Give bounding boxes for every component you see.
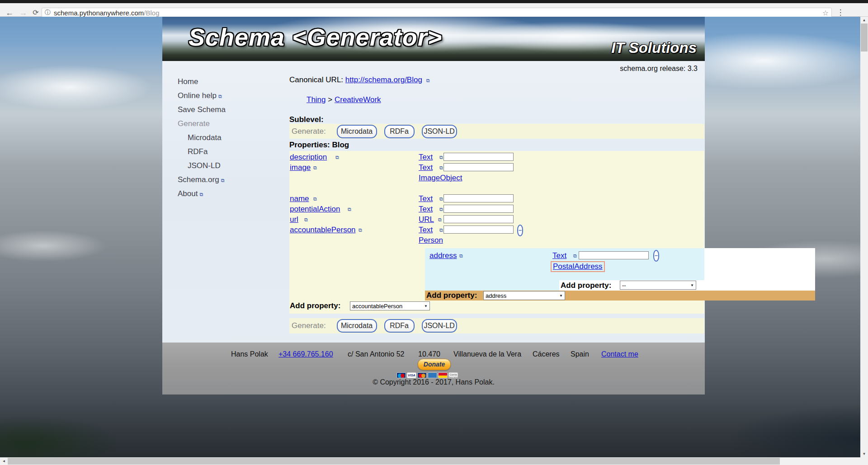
footer-phone-link[interactable]: +34 669.765.160: [278, 350, 333, 358]
person-add-property-select[interactable]: --▼: [620, 281, 696, 290]
url-path: /Blog: [144, 9, 159, 17]
tarjeta4b-icon: [438, 372, 448, 378]
chevron-down-icon: ▼: [559, 294, 563, 298]
remove-accountableperson-button[interactable]: −: [517, 225, 523, 236]
main-property-select[interactable]: accountablePerson▼: [350, 301, 430, 310]
amex-icon: [428, 372, 437, 378]
type-text-link[interactable]: Text: [419, 205, 433, 214]
person-add-property-row: Add property: address▼: [425, 291, 815, 301]
horizontal-scrollbar-thumb[interactable]: [8, 458, 780, 465]
url-input[interactable]: [443, 215, 514, 223]
external-link-icon: ⧉: [439, 207, 443, 212]
external-link-icon: ⧉: [221, 178, 225, 183]
external-link-icon: ⧉: [218, 94, 222, 99]
reload-icon[interactable]: ⟳: [31, 8, 41, 17]
name-input[interactable]: [443, 194, 514, 202]
sidebar-item-schema-org[interactable]: Schema.org⧉: [178, 175, 282, 189]
type-text-link[interactable]: Text: [419, 163, 433, 172]
visa-icon: VISA: [407, 372, 416, 378]
sidebar-item-generate: Generate: [178, 119, 282, 133]
accountableperson-input[interactable]: [443, 225, 514, 234]
footer-contact-link[interactable]: Contact me: [601, 350, 638, 358]
postaladdress-highlight: PostalAddress: [551, 261, 605, 272]
bookmark-star-icon[interactable]: ☆: [822, 9, 829, 17]
canonical-url-link[interactable]: http://schema.org/Blog: [345, 75, 422, 84]
scroll-left-icon[interactable]: ◄: [0, 458, 8, 465]
external-link-icon: ⧉: [313, 165, 317, 171]
property-name-link[interactable]: name: [290, 194, 309, 203]
url-bar[interactable]: ⓘ schema.pythonanywhere.com /Blog ☆: [42, 8, 832, 18]
generate-jsonld-button[interactable]: JSON-LD: [422, 319, 457, 333]
footer-country: Spain: [571, 350, 589, 358]
type-text-link[interactable]: Text: [552, 251, 566, 260]
image-input[interactable]: [443, 163, 514, 171]
scroll-up-icon[interactable]: ▲: [860, 17, 868, 23]
property-url-link[interactable]: url: [290, 215, 298, 224]
person-link[interactable]: Person: [419, 236, 443, 245]
property-accountableperson-link[interactable]: accountablePerson: [290, 225, 356, 235]
site-tagline: IT Solutions: [611, 39, 697, 56]
sidebar-item-json-ld[interactable]: JSON-LD: [178, 161, 282, 175]
generate-jsonld-button[interactable]: JSON-LD: [422, 125, 457, 138]
sidebar: Home Online help⧉ Save Schema Generate M…: [178, 77, 282, 203]
page-info-icon[interactable]: ⓘ: [45, 9, 51, 17]
person-panel-bg: [425, 280, 559, 291]
type-text-link[interactable]: Text: [419, 225, 433, 235]
address-property-select[interactable]: address▼: [483, 291, 565, 300]
scroll-down-icon[interactable]: ▼: [860, 451, 868, 457]
sidebar-item-microdata[interactable]: Microdata: [178, 133, 282, 147]
scrollbar-corner: [860, 457, 868, 465]
external-link-icon: ⧉: [348, 207, 351, 212]
generate-rdfa-button[interactable]: RDFa: [384, 125, 415, 138]
generate-microdata-button[interactable]: Microdata: [337, 319, 377, 333]
breadcrumb-creativework-link[interactable]: CreativeWork: [335, 95, 381, 104]
property-potentialaction-link[interactable]: potentialAction: [290, 205, 340, 214]
generate-rdfa-button[interactable]: RDFa: [384, 319, 415, 333]
sidebar-item-online-help[interactable]: Online help⧉: [178, 91, 282, 105]
external-link-icon: ⧉: [439, 155, 443, 160]
address-input[interactable]: [579, 251, 649, 259]
person-subtable: address⧉ Text⧉ − PostalAddress Add prope…: [425, 248, 815, 291]
horizontal-scrollbar[interactable]: ◄ ►: [0, 457, 868, 465]
canonical-url-label: Canonical URL:: [289, 75, 343, 84]
breadcrumb-separator: >: [328, 95, 332, 104]
sidebar-item-home[interactable]: Home: [178, 77, 282, 91]
breadcrumb-thing-link[interactable]: Thing: [307, 95, 326, 104]
potentialaction-input[interactable]: [443, 205, 514, 213]
external-link-icon: ⧉: [439, 165, 443, 171]
mastercard-icon: [417, 372, 427, 378]
postaladdress-link[interactable]: PostalAddress: [553, 262, 603, 271]
forward-icon[interactable]: →: [18, 8, 28, 17]
donate-button[interactable]: Donate: [418, 359, 451, 370]
properties-table: description⧉ Text⧉ image⧉ Text⧉ ImageObj…: [289, 151, 704, 314]
back-icon[interactable]: ←: [5, 8, 14, 17]
remove-address-button[interactable]: −: [653, 250, 659, 262]
external-link-icon: ⧉: [313, 196, 317, 202]
property-image-link[interactable]: image: [290, 163, 311, 172]
type-url-link[interactable]: URL: [419, 215, 434, 224]
property-address-link[interactable]: address: [429, 251, 457, 260]
footer-province: Cáceres: [533, 350, 560, 358]
url-host: schema.pythonanywhere.com: [54, 9, 144, 17]
sublevel-label: Sublevel:: [289, 115, 324, 124]
add-property-label: Add property:: [290, 301, 340, 310]
sidebar-item-rdfa[interactable]: RDFa: [178, 147, 282, 161]
external-link-icon: ⧉: [304, 217, 308, 223]
breadcrumb: Thing > CreativeWork: [307, 95, 381, 104]
payment-methods: VISA Cuenta bancaria: [396, 372, 458, 378]
vertical-scrollbar-thumb[interactable]: [861, 23, 868, 52]
add-property-label: Add property:: [426, 291, 477, 300]
generate-microdata-button[interactable]: Microdata: [337, 125, 377, 138]
description-input[interactable]: [443, 153, 514, 161]
type-text-link[interactable]: Text: [419, 194, 433, 203]
sidebar-item-save-schema[interactable]: Save Schema: [178, 105, 282, 119]
sidebar-item-about[interactable]: About⧉: [178, 189, 282, 203]
imageobject-link[interactable]: ImageObject: [419, 174, 462, 183]
type-text-link[interactable]: Text: [419, 153, 433, 162]
vertical-scrollbar[interactable]: ▲ ▼: [860, 17, 868, 457]
chevron-down-icon: ▼: [690, 283, 694, 287]
canonical-url-line: Canonical URL: http://schema.org/Blog ⧉: [289, 75, 429, 85]
chevron-down-icon: ▼: [424, 304, 428, 308]
cuenta-bancaria-icon: Cuenta bancaria: [448, 372, 458, 378]
property-description-link[interactable]: description: [290, 153, 327, 162]
